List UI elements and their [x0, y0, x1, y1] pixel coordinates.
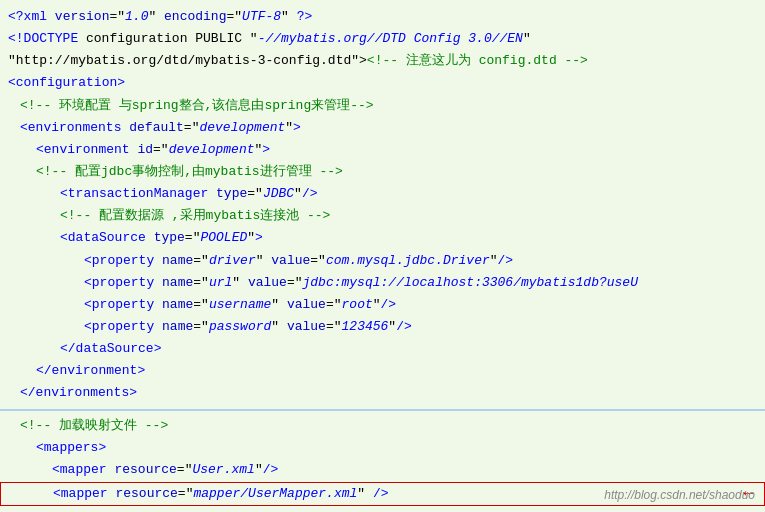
- line-environments-close: </environments>: [0, 382, 765, 404]
- line-prop-username: <property name="username" value="root" /…: [0, 294, 765, 316]
- line-transaction: <transactionManager type="JDBC" />: [0, 183, 765, 205]
- line-mappers-open: <mappers>: [0, 437, 765, 459]
- line-datasource-close: </dataSource>: [0, 338, 765, 360]
- line-environment: <environment id="development" >: [0, 139, 765, 161]
- line-jdbc-comment: <!-- 配置jdbc事物控制,由mybatis进行管理 -->: [0, 161, 765, 183]
- section-divider: [0, 409, 765, 411]
- line-mapper-user: <mapper resource="User.xml" />: [0, 459, 765, 481]
- line-prop-driver: <property name="driver" value="com.mysql…: [0, 250, 765, 272]
- line-spring-comment: <!-- 环境配置 与spring整合,该信息由spring来管理-->: [0, 95, 765, 117]
- line-doctype: <!DOCTYPE configuration PUBLIC " -//myba…: [0, 28, 765, 50]
- line-ds-comment: <!-- 配置数据源 ,采用mybatis连接池 -->: [0, 205, 765, 227]
- line-mappers-close: </mappers>: [0, 507, 765, 512]
- line-environment-close: </environment>: [0, 360, 765, 382]
- line-dtd-url: "http://mybatis.org/dtd/mybatis-3-config…: [0, 50, 765, 72]
- line-config-open: <configuration>: [0, 72, 765, 94]
- line-environments: <environments default="development" >: [0, 117, 765, 139]
- line-xml-decl: <?xml version="1.0" encoding="UTF-8" ?>: [0, 6, 765, 28]
- line-mapper-comment: <!-- 加载映射文件 -->: [0, 415, 765, 437]
- line-prop-password: <property name="password" value="123456"…: [0, 316, 765, 338]
- watermark: http://blog.csdn.net/shaoduo: [604, 488, 755, 502]
- code-container: <?xml version="1.0" encoding="UTF-8" ?> …: [0, 0, 765, 512]
- line-prop-url: <property name="url" value="jdbc:mysql:/…: [0, 272, 765, 294]
- line-datasource-open: <dataSource type="POOLED" >: [0, 227, 765, 249]
